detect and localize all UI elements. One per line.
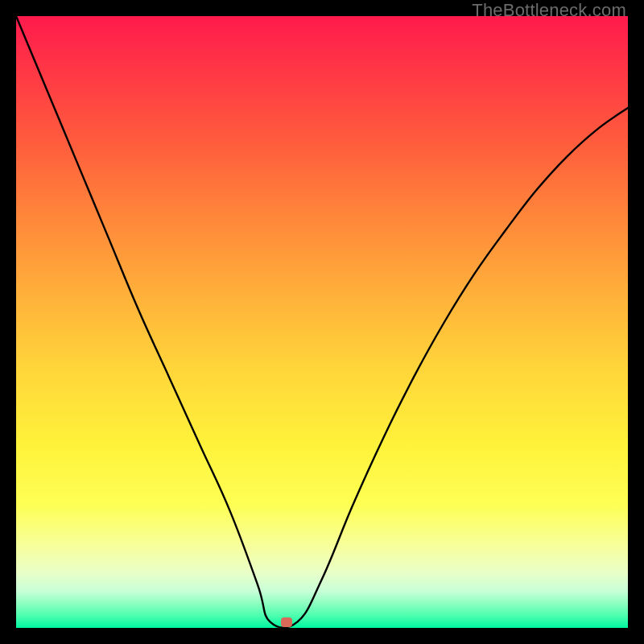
chart-frame: TheBottleneck.com bbox=[0, 0, 644, 644]
bottleneck-curve bbox=[16, 16, 628, 628]
optimal-point-marker bbox=[281, 617, 292, 627]
plot-area bbox=[16, 16, 628, 628]
curve-path bbox=[16, 16, 628, 628]
watermark-text: TheBottleneck.com bbox=[472, 0, 626, 21]
